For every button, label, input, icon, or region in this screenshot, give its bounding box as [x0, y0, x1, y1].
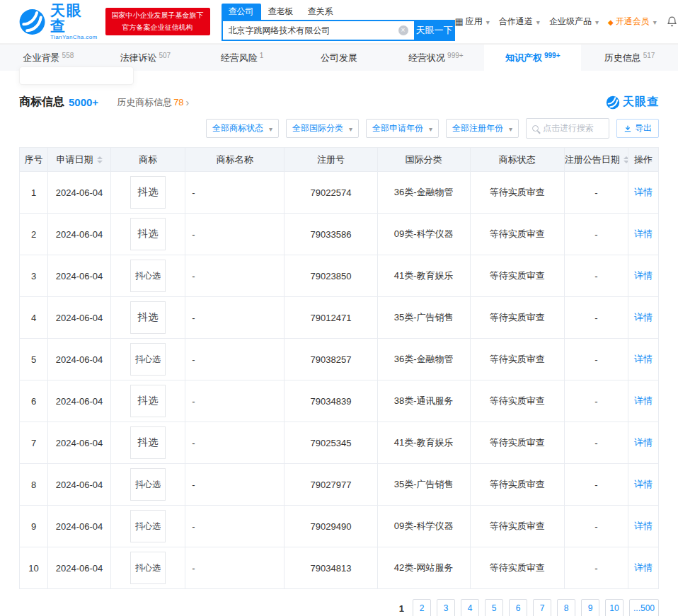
detail-link[interactable]: 详情 — [634, 395, 653, 406]
topnav-label: 开通会员 — [616, 16, 650, 28]
row-mark-cell: 抖选 — [111, 297, 185, 339]
sort-icon[interactable] — [97, 156, 103, 163]
row-publish-date: - — [564, 547, 628, 589]
history-count: 78 — [173, 97, 183, 107]
search-button[interactable]: 天眼一下 — [414, 20, 455, 41]
trademark-image[interactable]: 抖心选 — [130, 552, 166, 584]
row-publish-date: - — [564, 464, 628, 506]
topnav-notifications[interactable] — [666, 16, 678, 28]
topnav-vip[interactable]: 开通会员 — [608, 16, 657, 28]
trademark-image[interactable]: 抖选 — [130, 385, 166, 417]
detail-link[interactable]: 详情 — [634, 437, 653, 448]
pagination-page[interactable]: 6 — [509, 599, 527, 616]
row-trademark-name: - — [185, 422, 285, 464]
row-action-cell: 详情 — [628, 506, 658, 547]
detail-link[interactable]: 详情 — [634, 187, 653, 197]
row-no: 2 — [20, 214, 48, 255]
search-tab-relation[interactable]: 查关系 — [301, 4, 340, 20]
filter-apply-year[interactable]: 全部申请年份 — [366, 119, 439, 138]
pagination-page[interactable]: 7 — [533, 599, 551, 616]
row-mark-cell: 抖心选 — [111, 255, 185, 297]
row-publish-date: - — [564, 339, 628, 380]
row-status: 等待实质审查 — [470, 255, 564, 297]
pagination-page[interactable]: 10 — [605, 599, 624, 616]
export-button[interactable]: 导出 — [616, 119, 659, 138]
tab-intellectual-property[interactable]: 知识产权999+ — [484, 45, 581, 71]
row-registration-no: 79027977 — [285, 464, 377, 506]
column-header[interactable]: 注册公告日期 — [564, 148, 628, 172]
trademark-image[interactable]: 抖心选 — [130, 260, 166, 292]
row-mark-cell: 抖选 — [111, 172, 185, 214]
clear-icon[interactable] — [398, 25, 408, 35]
row-registration-no: 79029490 — [285, 506, 377, 547]
column-header[interactable]: 申请日期 — [48, 148, 111, 172]
search-input[interactable] — [222, 20, 414, 41]
topnav-cooperation[interactable]: 合作通道 — [499, 16, 540, 28]
tab-history-info[interactable]: 历史信息517 — [581, 45, 678, 71]
tab-operational-risk[interactable]: 经营风险1 — [194, 45, 291, 71]
search-area: 查公司查老板查关系 天眼一下 — [222, 4, 455, 41]
row-publish-date: - — [564, 297, 628, 339]
sort-desc-icon — [97, 161, 103, 163]
filter-reg-year[interactable]: 全部注册年份 — [446, 119, 519, 138]
history-trademark-link[interactable]: 历史商标信息 78 — [117, 96, 189, 109]
tab-label: 历史信息 — [604, 52, 641, 64]
detail-link[interactable]: 详情 — [634, 354, 653, 364]
filter-trademark-status[interactable]: 全部商标状态 — [206, 119, 279, 138]
row-mark-cell: 抖选 — [111, 380, 185, 422]
detail-link[interactable]: 详情 — [634, 270, 653, 281]
pagination-page[interactable]: 9 — [581, 599, 599, 616]
trademark-image[interactable]: 抖选 — [130, 426, 166, 459]
trademark-image[interactable]: 抖心选 — [130, 343, 166, 376]
pagination-page[interactable]: 3 — [437, 599, 455, 616]
search-tab-company[interactable]: 查公司 — [222, 4, 261, 20]
tab-company-development[interactable]: 公司发展 — [291, 45, 388, 71]
row-intl-class: 35类-广告销售 — [377, 464, 470, 506]
trademark-image[interactable]: 抖选 — [130, 218, 166, 250]
pagination-more[interactable]: ...500 — [629, 599, 659, 616]
row-apply-date: 2024-06-04 — [48, 339, 111, 380]
tab-business-status[interactable]: 经营状况999+ — [387, 45, 484, 71]
row-no: 4 — [20, 297, 48, 339]
pagination-page[interactable]: 2 — [413, 599, 431, 616]
app-grid-icon — [455, 16, 464, 27]
search-tab-boss[interactable]: 查老板 — [261, 4, 301, 20]
vip-icon — [608, 17, 614, 27]
detail-link[interactable]: 详情 — [634, 521, 653, 531]
detail-link[interactable]: 详情 — [634, 479, 653, 489]
column-header-label: 商标名称 — [217, 154, 253, 165]
table-row: 32024-06-04抖心选-7902385041类-教育娱乐等待实质审查-详情 — [20, 255, 659, 297]
pagination-page[interactable]: 8 — [557, 599, 575, 616]
table-search-placeholder: 点击进行搜索 — [543, 122, 594, 134]
trademark-image[interactable]: 抖心选 — [130, 510, 166, 542]
row-apply-date: 2024-06-04 — [48, 464, 111, 506]
row-apply-date: 2024-06-04 — [48, 255, 111, 297]
row-intl-class: 41类-教育娱乐 — [377, 255, 470, 297]
pagination-page[interactable]: 4 — [461, 599, 479, 616]
watermark-text: 天眼查 — [623, 95, 659, 110]
table-search[interactable]: 点击进行搜索 — [526, 118, 609, 139]
pagination-page[interactable]: 5 — [485, 599, 503, 616]
table-row: 92024-06-04抖心选-7902949009类-科学仪器等待实质审查-详情 — [20, 506, 659, 547]
row-status: 等待实质审查 — [470, 380, 564, 422]
row-intl-class: 36类-金融物管 — [377, 172, 470, 214]
chevron-down-icon — [343, 124, 352, 134]
detail-link[interactable]: 详情 — [634, 228, 653, 239]
topnav-apps[interactable]: 应用 — [455, 16, 490, 28]
table-row: 82024-06-04抖心选-7902797735类-广告销售等待实质审查-详情 — [20, 464, 659, 506]
row-action-cell: 详情 — [628, 297, 658, 339]
row-trademark-name: - — [185, 380, 285, 422]
sort-icon[interactable] — [624, 156, 628, 163]
trademark-image[interactable]: 抖选 — [130, 301, 166, 334]
topnav-enterprise-products[interactable]: 企业级产品 — [549, 16, 599, 28]
row-registration-no: 79012471 — [285, 297, 377, 339]
detail-link[interactable]: 详情 — [634, 312, 653, 322]
column-header-label: 序号 — [25, 154, 43, 165]
filter-intl-class[interactable]: 全部国际分类 — [286, 119, 359, 138]
detail-link[interactable]: 详情 — [634, 562, 653, 573]
tianyancha-logo[interactable]: 天眼查 TianYanCha.com — [18, 3, 98, 40]
column-header: 商标名称 — [185, 148, 285, 172]
trademark-image[interactable]: 抖选 — [130, 176, 166, 209]
floating-panel — [19, 66, 134, 85]
trademark-image[interactable]: 抖心选 — [130, 468, 166, 501]
